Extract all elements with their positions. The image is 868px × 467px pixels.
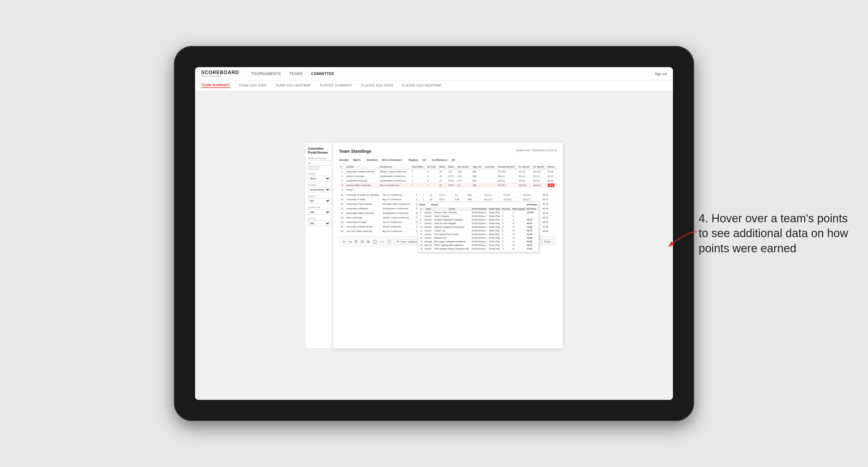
region-select[interactable]: N/A	[308, 198, 330, 204]
conference-label: Conference	[308, 206, 330, 209]
gender-filter-label: Gender:	[339, 158, 350, 161]
conf-filter-val: All	[451, 158, 455, 161]
nav-committee[interactable]: COMMITTEE	[311, 72, 334, 76]
fit-icon[interactable]: ⊡	[361, 240, 364, 244]
gender-select[interactable]: Men's Women's	[308, 176, 330, 181]
tt-col-num: #	[419, 207, 424, 211]
subnav-team-h2h-heatmap[interactable]: TEAM H2H HEATMAP	[275, 84, 311, 88]
main-content: CommitteePortal Review Minimum Rounds Ge…	[195, 91, 673, 400]
table-row[interactable]: 2 Auburn University Southeastern Confere…	[339, 174, 557, 179]
tablet-screen: SCOREBOARD Powered by clipp'd TOURNAMENT…	[195, 67, 673, 400]
division-filter-val: NCAA Division I	[382, 158, 403, 161]
standings-table: # School Conference Conf Rank No Tour Bn…	[339, 164, 557, 192]
logo-text: SCOREBOARD	[201, 70, 239, 75]
paste-icon[interactable]: 📋	[373, 240, 377, 244]
tooltip-row: 9 Univers Amer An Intercollegiate NCAA D…	[419, 222, 537, 225]
view-original-button[interactable]: 👁 View: Original	[394, 239, 419, 244]
school-select[interactable]: (All)	[308, 220, 330, 226]
points-value: 97.02	[548, 170, 554, 173]
col-low-adj: Low Adj.	[484, 164, 497, 169]
tooltip-header: Team Event W Points	[419, 203, 537, 206]
view-icon: 👁	[397, 240, 399, 243]
col-avg-sg: Avg. SG	[471, 164, 484, 169]
gender-label: Gender	[308, 173, 330, 175]
dash-icon[interactable]: —	[380, 240, 384, 244]
table-row[interactable]: 5 Texas T...	[339, 188, 557, 192]
view-label: View: Original	[400, 240, 417, 243]
annotation-text: 4. Hover over a team's points to see add…	[699, 211, 850, 256]
points-value: 90.20	[548, 179, 554, 182]
table-row[interactable]: 3 Vanderbilt University Southeastern Con…	[339, 179, 557, 183]
min-rounds-label: Minimum Rounds	[308, 157, 330, 160]
min-rounds-slider[interactable]	[308, 166, 319, 170]
points-value: 88.71	[542, 216, 548, 219]
table-row[interactable]: 4 Arizona State University Pac-12 Confer…	[339, 183, 557, 188]
share-icon: ↗	[540, 240, 543, 243]
table-row[interactable]: 1 University of North Carolina Atlantic …	[339, 169, 557, 174]
school-label: School	[308, 217, 330, 220]
sign-out-button[interactable]: Sign out	[655, 72, 667, 75]
update-label: Update time:	[516, 149, 531, 152]
table-row[interactable]: 18 University of California, Berkeley Pa…	[339, 193, 557, 197]
redo-icon[interactable]: ↪	[349, 240, 352, 244]
annotation-arrow	[662, 229, 699, 253]
col-conference: Conference	[379, 164, 411, 169]
col-vs25: Vs Top 25	[518, 164, 532, 169]
logo-area: SCOREBOARD Powered by clipp'd	[201, 70, 239, 77]
points-value: 85.07	[542, 194, 548, 196]
nav-teams[interactable]: TEAMS	[289, 72, 303, 76]
report-area: CommitteePortal Review Minimum Rounds Ge…	[195, 91, 673, 400]
tooltip-team-col: Team	[419, 203, 425, 206]
tooltip-row: 12 Univers The Cypress Point Classic NCA…	[419, 232, 537, 236]
copy-icon[interactable]: ⧉	[367, 240, 370, 244]
region-label: Region	[308, 195, 330, 197]
tooltip-table: # Team Event Event Division Event Type R…	[419, 207, 537, 251]
tooltip-row: 16 Univers 2023 Sahalee Players Champion…	[419, 247, 537, 251]
col-points: Points	[547, 164, 557, 169]
tooltip-row: 8 Univers Southern Highlands Collegiate …	[419, 218, 537, 222]
points-value: 88.48	[542, 207, 548, 210]
subnav-player-h2h-grid[interactable]: PLAYER H2H GRID	[361, 84, 393, 88]
tt-col-rank-impact: Rank Impact	[511, 207, 526, 211]
division-filter-label: Division:	[367, 158, 378, 161]
col-adj-score: Adj. Score	[456, 164, 471, 169]
refresh-icon[interactable]: ↻	[355, 240, 358, 244]
nav-tournaments[interactable]: TOURNAMENTS	[251, 72, 281, 76]
tooltip-popup: Team Event W Points # Team Event	[418, 202, 539, 252]
division-select[interactable]: NCAA Division I	[308, 187, 330, 192]
min-rounds-input[interactable]	[308, 160, 330, 166]
conference-select[interactable]: (All)	[308, 209, 330, 215]
tooltip-row: 10 Univers National Invitational Tournam…	[419, 225, 537, 229]
nav-links: TOURNAMENTS TEAMS COMMITTEE	[251, 72, 636, 76]
filter-row: Gender: Men's Division: NCAA Division I …	[339, 158, 557, 161]
tooltip-points-label: W Points	[527, 203, 537, 206]
tt-col-type: Event Type	[488, 207, 501, 211]
table-row[interactable]: 19 University of Texas Big 12 Conference…	[339, 197, 557, 202]
report-page: Team Standings Update time: 13/03/2024 1…	[333, 143, 563, 348]
points-value: 79.5	[548, 184, 555, 187]
subnav-player-summary[interactable]: PLAYER SUMMARY	[320, 84, 353, 88]
division-label: Division	[308, 184, 330, 186]
logo-sub: Powered by clipp'd	[201, 75, 239, 77]
col-bnds: Bnds	[438, 164, 447, 169]
region-filter-val: All	[422, 158, 426, 161]
tooltip-row: 6 Univers Arizona State University NCAA …	[419, 211, 537, 214]
panel-title: CommitteePortal Review	[308, 147, 330, 155]
tt-col-event: Event	[433, 207, 471, 211]
points-value: 88.70	[542, 198, 548, 201]
subnav-team-h2h-grid[interactable]: TEAM H2H GRID	[239, 84, 267, 88]
report-header: Team Standings Update time: 13/03/2024 1…	[339, 149, 557, 155]
undo-icon[interactable]: ↩	[343, 240, 346, 244]
col-no-tour: No Tour	[426, 164, 438, 169]
subnav-player-h2h-heatmap[interactable]: PLAYER H2H HEATMAP	[402, 84, 441, 88]
update-time: 13/03/2024 10:03:42	[532, 149, 557, 152]
share-button[interactable]: ↗ Share	[538, 239, 553, 244]
tooltip-row: 15 East Ter OFCC Fighting Illini Invitat…	[419, 244, 537, 247]
points-value: 88.34	[542, 221, 548, 223]
clock-icon[interactable]: 🕐	[387, 240, 391, 244]
tooltip-row: 7 Univers Cater Collegiate NCAA Division…	[419, 214, 537, 218]
subnav-team-summary[interactable]: TEAM SUMMARY	[201, 83, 230, 88]
col-conf-rank: Conf Rank	[411, 164, 426, 169]
tooltip-event-col: Event	[431, 203, 438, 206]
nav-divider: |	[645, 72, 646, 75]
